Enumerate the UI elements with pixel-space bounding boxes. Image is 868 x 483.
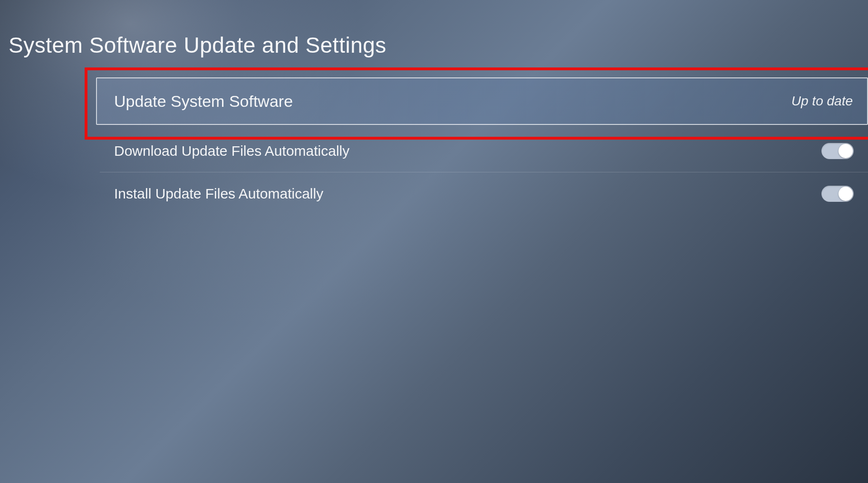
row-label: Download Update Files Automatically (114, 143, 349, 159)
row-label: Install Update Files Automatically (114, 186, 323, 202)
download-update-toggle[interactable] (821, 143, 854, 159)
update-system-software-row[interactable]: Update System Software Up to date (96, 77, 868, 125)
page-title: System Software Update and Settings (9, 32, 386, 58)
row-status: Up to date (791, 94, 853, 109)
install-update-toggle[interactable] (821, 186, 854, 202)
toggle-knob-icon (839, 187, 853, 201)
install-update-files-row[interactable]: Install Update Files Automatically (100, 172, 868, 215)
download-update-files-row[interactable]: Download Update Files Automatically (100, 130, 868, 172)
settings-list: Update System Software Up to date Downlo… (100, 77, 868, 215)
row-label: Update System Software (111, 92, 293, 111)
toggle-knob-icon (839, 144, 853, 158)
